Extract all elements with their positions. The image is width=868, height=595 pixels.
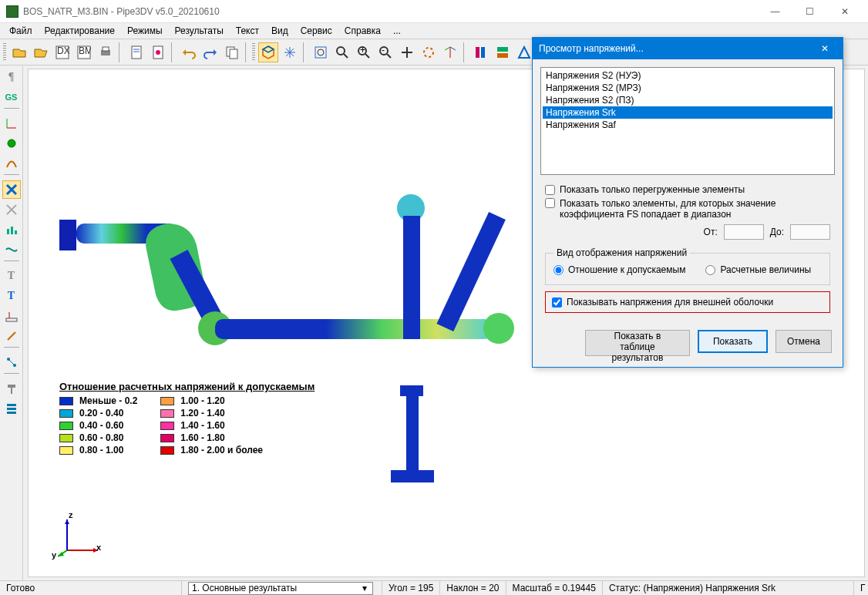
check-fs-range[interactable]: Показать только элементы, для которых зн…: [545, 198, 830, 220]
status-tilt: Наклон = 20: [440, 581, 506, 595]
status-ready: Готово: [0, 581, 182, 595]
svg-line-27: [445, 47, 450, 50]
svg-marker-33: [519, 47, 530, 58]
doc1-icon[interactable]: [126, 42, 146, 62]
check-outer-shell[interactable]: Показывать напряжения для внешней оболоч…: [552, 297, 823, 308]
side-ruler-icon[interactable]: [2, 307, 21, 325]
side-text-icon[interactable]: ¶: [2, 68, 21, 86]
side-node-icon[interactable]: [2, 353, 21, 371]
view-2-icon[interactable]: [493, 42, 513, 62]
side-axis-icon[interactable]: [2, 114, 21, 133]
dxf-export-icon[interactable]: DXF: [52, 42, 72, 62]
side-edit-icon[interactable]: [2, 327, 21, 345]
side-t2-icon[interactable]: T: [2, 287, 21, 305]
status-tail: Г: [854, 581, 868, 595]
side-deform-icon[interactable]: [2, 240, 21, 259]
open-icon[interactable]: [9, 42, 29, 62]
menu-help[interactable]: Справка: [340, 25, 385, 37]
svg-rect-15: [315, 47, 326, 58]
rotate-icon[interactable]: [419, 42, 439, 62]
svg-rect-81: [400, 385, 423, 396]
doc2-icon[interactable]: [148, 42, 168, 62]
menu-edit[interactable]: Редактирование: [40, 25, 119, 37]
zoom-in-icon[interactable]: +: [354, 42, 374, 62]
toolbar-grip[interactable]: [3, 43, 6, 62]
menu-service[interactable]: Сервис: [296, 25, 337, 37]
svg-rect-72: [59, 220, 76, 250]
isometric-icon[interactable]: [440, 42, 460, 62]
stress-view-icon[interactable]: [258, 42, 278, 62]
undo-icon[interactable]: [179, 42, 199, 62]
show-in-table-button[interactable]: Показать в таблице результатов: [585, 330, 690, 356]
zoom-out-icon[interactable]: -: [375, 42, 395, 62]
radio-values[interactable]: Расчетные величины: [705, 264, 811, 275]
cancel-button[interactable]: Отмена: [775, 330, 832, 353]
radio-ratio[interactable]: Отношение к допускаемым: [553, 264, 685, 275]
results-combo[interactable]: 1. Основные результаты▾: [188, 582, 373, 595]
svg-point-77: [483, 313, 514, 344]
svg-rect-70: [7, 408, 16, 410]
pan-icon[interactable]: [397, 42, 417, 62]
svg-text:-: -: [382, 45, 385, 55]
folder-open-icon[interactable]: [31, 42, 51, 62]
zoom-extents-icon[interactable]: [311, 42, 331, 62]
side-tool1-icon[interactable]: [2, 154, 21, 173]
svg-rect-58: [7, 229, 9, 234]
redo-icon[interactable]: [200, 42, 220, 62]
toolbar-grip-2[interactable]: [252, 43, 255, 62]
svg-rect-6: [132, 46, 141, 59]
svg-rect-83: [391, 470, 434, 482]
side-sphere-icon[interactable]: [2, 134, 21, 153]
svg-line-23: [387, 54, 391, 58]
svg-rect-80: [403, 216, 420, 339]
view-1-icon[interactable]: [471, 42, 491, 62]
menu-modes[interactable]: Режимы: [123, 25, 167, 37]
menu-file[interactable]: Файл: [5, 25, 37, 37]
show-button[interactable]: Показать: [698, 330, 768, 353]
axis-triad: x y z: [58, 513, 104, 560]
side-cap-icon[interactable]: [2, 379, 21, 398]
minimize-button[interactable]: ―: [758, 1, 792, 22]
svg-point-17: [337, 47, 345, 55]
check-overloaded[interactable]: Показать только перегруженные элементы: [545, 184, 830, 195]
side-t1-icon[interactable]: T: [2, 267, 21, 285]
zoom-window-icon[interactable]: [332, 42, 352, 62]
color-legend: Отношение расчетных напряжений к допуска…: [59, 381, 315, 457]
bmp-export-icon[interactable]: BMP: [74, 42, 94, 62]
menu-more[interactable]: ...: [389, 25, 405, 37]
svg-rect-60: [15, 230, 17, 234]
svg-marker-87: [65, 519, 69, 524]
close-button[interactable]: ✕: [827, 1, 862, 22]
svg-rect-69: [7, 404, 16, 406]
maximize-button[interactable]: ☐: [792, 1, 827, 22]
from-input[interactable]: [724, 224, 764, 240]
svg-line-26: [450, 47, 456, 50]
dialog-title: Просмотр напряжений...: [539, 43, 644, 54]
svg-line-63: [8, 332, 15, 340]
side-toolbar: ¶ GS T T: [0, 66, 23, 580]
side-bars-icon[interactable]: [2, 220, 21, 239]
display-mode-group: Вид отображения напряжений Отношение к д…: [545, 247, 830, 285]
stress-listbox[interactable]: Напряжения S2 (НУЭ)Напряжения S2 (МРЗ)На…: [540, 67, 835, 175]
copy-icon[interactable]: [222, 42, 242, 62]
svg-rect-29: [476, 47, 479, 58]
stress-list-item[interactable]: Напряжения Saf: [543, 119, 833, 131]
stress-list-item[interactable]: Напряжения S2 (МРЗ): [543, 82, 833, 94]
svg-point-10: [156, 50, 160, 55]
dialog-close-icon[interactable]: ✕: [813, 43, 836, 54]
side-x2-icon[interactable]: [2, 200, 21, 219]
menu-view[interactable]: Вид: [267, 25, 293, 37]
stress-list-item[interactable]: Напряжения S2 (НУЭ): [543, 69, 833, 82]
print-icon[interactable]: [96, 42, 116, 62]
side-gs-icon[interactable]: GS: [2, 88, 21, 106]
displacement-icon[interactable]: [280, 42, 300, 62]
side-stack-icon[interactable]: [2, 399, 21, 418]
stress-list-item[interactable]: Напряжения S2 (ПЗ): [543, 94, 833, 106]
side-x-icon[interactable]: [2, 180, 21, 199]
svg-rect-71: [7, 412, 16, 414]
stress-list-item[interactable]: Напряжения Srk: [543, 106, 833, 119]
menu-results[interactable]: Результаты: [170, 25, 228, 37]
svg-rect-12: [230, 49, 237, 59]
to-input[interactable]: [790, 224, 830, 240]
menu-text[interactable]: Текст: [231, 25, 264, 37]
